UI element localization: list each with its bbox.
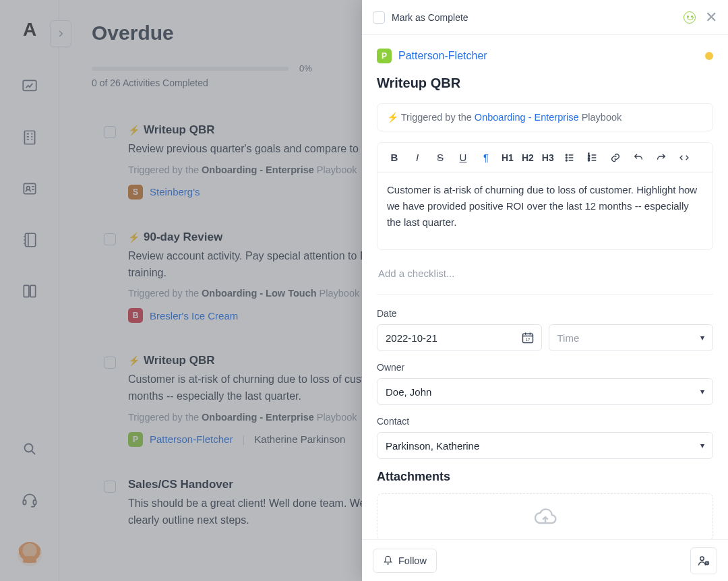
- follow-button[interactable]: Follow: [373, 549, 437, 573]
- owner-select[interactable]: Doe, John: [377, 378, 713, 405]
- panel-account-badge: P: [377, 49, 392, 63]
- bullet-list-button[interactable]: [559, 148, 580, 168]
- svg-point-11: [566, 157, 567, 158]
- svg-point-10: [566, 154, 567, 156]
- editor-content[interactable]: Customer is at-risk of churning due to l…: [377, 173, 712, 249]
- svg-text:3: 3: [588, 158, 590, 162]
- mark-complete-label[interactable]: Mark as Complete: [392, 12, 468, 23]
- mark-complete-checkbox[interactable]: [373, 11, 385, 24]
- paragraph-button[interactable]: ¶: [476, 148, 496, 168]
- redo-button[interactable]: [651, 148, 671, 168]
- contact-select[interactable]: Parkinson, Katherine: [377, 432, 713, 459]
- contact-label: Contact: [377, 416, 713, 427]
- date-input[interactable]: 2022-10-21 17: [377, 324, 542, 351]
- sentiment-icon[interactable]: [684, 11, 696, 24]
- trigger-box: ⚡ Triggered by the Onboarding - Enterpri…: [377, 103, 713, 131]
- svg-point-12: [566, 160, 567, 161]
- add-checklist-input[interactable]: Add a checklist...: [377, 264, 713, 294]
- attachment-dropzone[interactable]: [377, 493, 713, 539]
- time-select[interactable]: Time: [549, 324, 714, 351]
- close-icon[interactable]: ✕: [705, 10, 717, 25]
- date-label: Date: [377, 308, 713, 319]
- underline-button[interactable]: U: [453, 148, 473, 168]
- calendar-icon[interactable]: 17: [521, 331, 535, 346]
- bolt-icon: ⚡: [387, 112, 398, 123]
- bold-button[interactable]: B: [384, 148, 404, 168]
- h2-button[interactable]: H2: [519, 148, 537, 168]
- editor-toolbar: B I S U ¶ H1 H2 H3 123: [377, 143, 712, 173]
- task-title[interactable]: Writeup QBR: [377, 75, 713, 91]
- code-button[interactable]: [674, 148, 694, 168]
- attachments-heading: Attachments: [377, 470, 713, 484]
- panel-footer: Follow: [362, 539, 728, 581]
- svg-point-18: [700, 557, 704, 560]
- task-detail-panel: Mark as Complete ✕ P Patterson-Fletcher …: [362, 0, 728, 581]
- panel-header: Mark as Complete ✕: [362, 0, 728, 35]
- svg-text:17: 17: [525, 338, 529, 342]
- italic-button[interactable]: I: [407, 148, 427, 168]
- rich-text-editor: B I S U ¶ H1 H2 H3 123 Customer is at-ri…: [377, 142, 713, 250]
- undo-button[interactable]: [628, 148, 648, 168]
- assign-button[interactable]: [690, 547, 717, 574]
- playbook-link[interactable]: Onboarding - Enterprise: [475, 112, 579, 123]
- health-dot-icon: [705, 52, 713, 60]
- panel-account-link[interactable]: Patterson-Fletcher: [398, 50, 698, 62]
- h3-button[interactable]: H3: [539, 148, 557, 168]
- owner-label: Owner: [377, 362, 713, 373]
- strikethrough-button[interactable]: S: [430, 148, 450, 168]
- bell-icon: [383, 555, 393, 565]
- link-button[interactable]: [605, 148, 626, 168]
- numbered-list-button[interactable]: 123: [582, 148, 603, 168]
- h1-button[interactable]: H1: [499, 148, 516, 168]
